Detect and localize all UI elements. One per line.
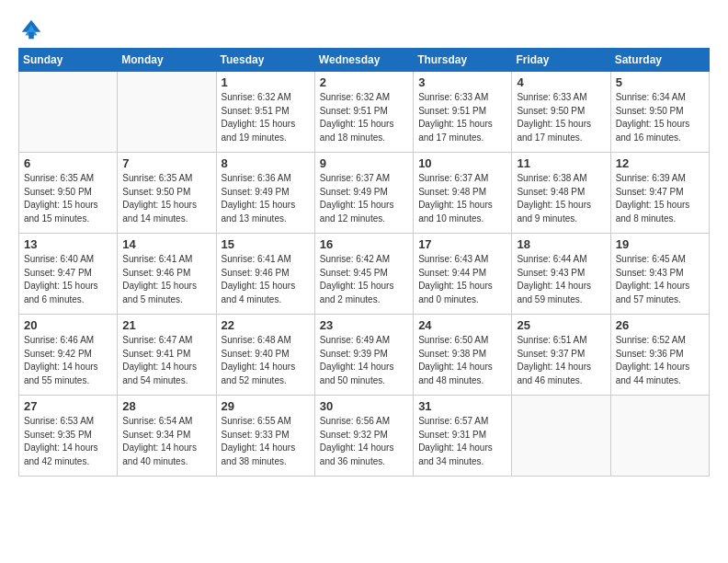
calendar-cell: 12Sunrise: 6:39 AM Sunset: 9:47 PM Dayli… (610, 153, 709, 234)
calendar: SundayMondayTuesdayWednesdayThursdayFrid… (18, 48, 710, 477)
calendar-cell: 10Sunrise: 6:37 AM Sunset: 9:48 PM Dayli… (414, 153, 512, 234)
weekday-header: Saturday (610, 49, 709, 72)
day-number: 12 (616, 156, 704, 170)
day-info: Sunrise: 6:39 AM Sunset: 9:47 PM Dayligh… (616, 172, 704, 225)
day-number: 9 (320, 156, 408, 170)
calendar-cell: 2Sunrise: 6:32 AM Sunset: 9:51 PM Daylig… (314, 72, 413, 153)
day-number: 13 (24, 237, 112, 251)
weekday-header: Tuesday (216, 49, 314, 72)
calendar-cell: 23Sunrise: 6:49 AM Sunset: 9:39 PM Dayli… (314, 315, 413, 396)
weekday-header: Sunday (19, 49, 118, 72)
day-number: 29 (222, 399, 310, 413)
calendar-cell: 3Sunrise: 6:33 AM Sunset: 9:51 PM Daylig… (414, 72, 512, 153)
calendar-cell: 11Sunrise: 6:38 AM Sunset: 9:48 PM Dayli… (512, 153, 610, 234)
day-number: 26 (616, 318, 704, 332)
day-number: 31 (418, 399, 506, 413)
day-info: Sunrise: 6:53 AM Sunset: 9:35 PM Dayligh… (24, 415, 112, 468)
calendar-cell: 21Sunrise: 6:47 AM Sunset: 9:41 PM Dayli… (118, 315, 216, 396)
day-info: Sunrise: 6:35 AM Sunset: 9:50 PM Dayligh… (24, 172, 112, 225)
day-info: Sunrise: 6:41 AM Sunset: 9:46 PM Dayligh… (122, 253, 210, 306)
calendar-cell: 15Sunrise: 6:41 AM Sunset: 9:46 PM Dayli… (216, 234, 314, 315)
calendar-cell: 8Sunrise: 6:36 AM Sunset: 9:49 PM Daylig… (216, 153, 314, 234)
calendar-cell: 17Sunrise: 6:43 AM Sunset: 9:44 PM Dayli… (414, 234, 512, 315)
calendar-cell: 24Sunrise: 6:50 AM Sunset: 9:38 PM Dayli… (414, 315, 512, 396)
page: SundayMondayTuesdayWednesdayThursdayFrid… (0, 0, 728, 563)
calendar-cell: 26Sunrise: 6:52 AM Sunset: 9:36 PM Dayli… (610, 315, 709, 396)
calendar-cell: 14Sunrise: 6:41 AM Sunset: 9:46 PM Dayli… (118, 234, 216, 315)
day-info: Sunrise: 6:48 AM Sunset: 9:40 PM Dayligh… (222, 334, 310, 387)
day-info: Sunrise: 6:47 AM Sunset: 9:41 PM Dayligh… (122, 334, 210, 387)
day-info: Sunrise: 6:46 AM Sunset: 9:42 PM Dayligh… (24, 334, 112, 387)
day-info: Sunrise: 6:37 AM Sunset: 9:48 PM Dayligh… (418, 172, 506, 225)
day-number: 23 (320, 318, 408, 332)
day-number: 20 (24, 318, 112, 332)
calendar-week: 27Sunrise: 6:53 AM Sunset: 9:35 PM Dayli… (19, 396, 710, 477)
day-number: 19 (616, 237, 704, 251)
weekday-header: Wednesday (314, 49, 413, 72)
day-number: 6 (24, 156, 112, 170)
day-info: Sunrise: 6:41 AM Sunset: 9:46 PM Dayligh… (222, 253, 310, 306)
logo-icon (18, 17, 44, 42)
calendar-cell: 27Sunrise: 6:53 AM Sunset: 9:35 PM Dayli… (19, 396, 118, 477)
day-number: 14 (122, 237, 210, 251)
day-number: 15 (222, 237, 310, 251)
calendar-cell: 1Sunrise: 6:32 AM Sunset: 9:51 PM Daylig… (216, 72, 314, 153)
calendar-cell: 13Sunrise: 6:40 AM Sunset: 9:47 PM Dayli… (19, 234, 118, 315)
calendar-cell: 9Sunrise: 6:37 AM Sunset: 9:49 PM Daylig… (314, 153, 413, 234)
calendar-cell: 31Sunrise: 6:57 AM Sunset: 9:31 PM Dayli… (414, 396, 512, 477)
day-info: Sunrise: 6:52 AM Sunset: 9:36 PM Dayligh… (616, 334, 704, 387)
day-number: 17 (418, 237, 506, 251)
calendar-cell: 7Sunrise: 6:35 AM Sunset: 9:50 PM Daylig… (118, 153, 216, 234)
logo (18, 17, 48, 42)
calendar-week: 13Sunrise: 6:40 AM Sunset: 9:47 PM Dayli… (19, 234, 710, 315)
day-number: 4 (517, 75, 605, 89)
calendar-cell (512, 396, 610, 477)
day-info: Sunrise: 6:35 AM Sunset: 9:50 PM Dayligh… (122, 172, 210, 225)
svg-rect-2 (28, 32, 34, 39)
day-info: Sunrise: 6:37 AM Sunset: 9:49 PM Dayligh… (320, 172, 408, 225)
header (18, 17, 710, 42)
day-number: 10 (418, 156, 506, 170)
day-number: 11 (517, 156, 605, 170)
day-number: 21 (122, 318, 210, 332)
day-info: Sunrise: 6:33 AM Sunset: 9:51 PM Dayligh… (418, 91, 506, 144)
calendar-cell: 30Sunrise: 6:56 AM Sunset: 9:32 PM Dayli… (314, 396, 413, 477)
day-info: Sunrise: 6:40 AM Sunset: 9:47 PM Dayligh… (24, 253, 112, 306)
day-info: Sunrise: 6:43 AM Sunset: 9:44 PM Dayligh… (418, 253, 506, 306)
day-info: Sunrise: 6:42 AM Sunset: 9:45 PM Dayligh… (320, 253, 408, 306)
day-number: 25 (517, 318, 605, 332)
day-number: 30 (320, 399, 408, 413)
day-info: Sunrise: 6:32 AM Sunset: 9:51 PM Dayligh… (320, 91, 408, 144)
calendar-cell: 5Sunrise: 6:34 AM Sunset: 9:50 PM Daylig… (610, 72, 709, 153)
day-number: 1 (222, 75, 310, 89)
day-info: Sunrise: 6:51 AM Sunset: 9:37 PM Dayligh… (517, 334, 605, 387)
calendar-cell: 25Sunrise: 6:51 AM Sunset: 9:37 PM Dayli… (512, 315, 610, 396)
weekday-header: Monday (118, 49, 216, 72)
weekday-header: Thursday (414, 49, 512, 72)
calendar-cell: 20Sunrise: 6:46 AM Sunset: 9:42 PM Dayli… (19, 315, 118, 396)
day-number: 28 (122, 399, 210, 413)
day-info: Sunrise: 6:32 AM Sunset: 9:51 PM Dayligh… (222, 91, 310, 144)
day-info: Sunrise: 6:56 AM Sunset: 9:32 PM Dayligh… (320, 415, 408, 468)
day-info: Sunrise: 6:45 AM Sunset: 9:43 PM Dayligh… (616, 253, 704, 306)
day-info: Sunrise: 6:34 AM Sunset: 9:50 PM Dayligh… (616, 91, 704, 144)
day-number: 16 (320, 237, 408, 251)
day-number: 2 (320, 75, 408, 89)
day-info: Sunrise: 6:50 AM Sunset: 9:38 PM Dayligh… (418, 334, 506, 387)
day-info: Sunrise: 6:57 AM Sunset: 9:31 PM Dayligh… (418, 415, 506, 468)
day-info: Sunrise: 6:33 AM Sunset: 9:50 PM Dayligh… (517, 91, 605, 144)
day-info: Sunrise: 6:38 AM Sunset: 9:48 PM Dayligh… (517, 172, 605, 225)
calendar-cell (19, 72, 118, 153)
calendar-cell: 22Sunrise: 6:48 AM Sunset: 9:40 PM Dayli… (216, 315, 314, 396)
day-info: Sunrise: 6:36 AM Sunset: 9:49 PM Dayligh… (222, 172, 310, 225)
weekday-row: SundayMondayTuesdayWednesdayThursdayFrid… (19, 49, 710, 72)
calendar-header: SundayMondayTuesdayWednesdayThursdayFrid… (19, 49, 710, 72)
day-number: 18 (517, 237, 605, 251)
weekday-header: Friday (512, 49, 610, 72)
calendar-cell: 4Sunrise: 6:33 AM Sunset: 9:50 PM Daylig… (512, 72, 610, 153)
day-number: 27 (24, 399, 112, 413)
calendar-week: 6Sunrise: 6:35 AM Sunset: 9:50 PM Daylig… (19, 153, 710, 234)
day-number: 5 (616, 75, 704, 89)
calendar-cell: 18Sunrise: 6:44 AM Sunset: 9:43 PM Dayli… (512, 234, 610, 315)
calendar-cell (118, 72, 216, 153)
